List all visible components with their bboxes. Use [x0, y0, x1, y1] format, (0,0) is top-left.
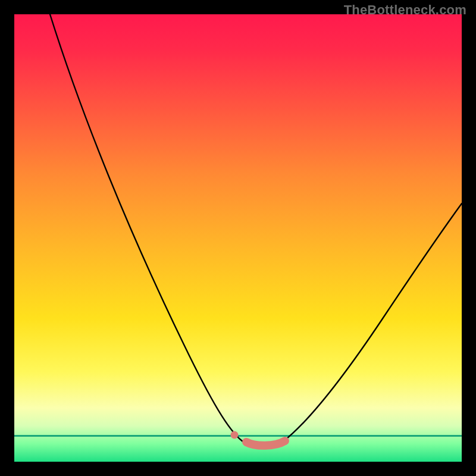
watermark-label: TheBottleneck.com	[344, 2, 466, 18]
bottleneck-curve-plot	[14, 14, 462, 462]
curve-left-branch	[50, 14, 243, 441]
salmon-valley-segment	[246, 441, 285, 446]
curve-right-branch	[283, 203, 462, 441]
chart-frame	[14, 14, 462, 462]
salmon-dot	[231, 431, 239, 439]
